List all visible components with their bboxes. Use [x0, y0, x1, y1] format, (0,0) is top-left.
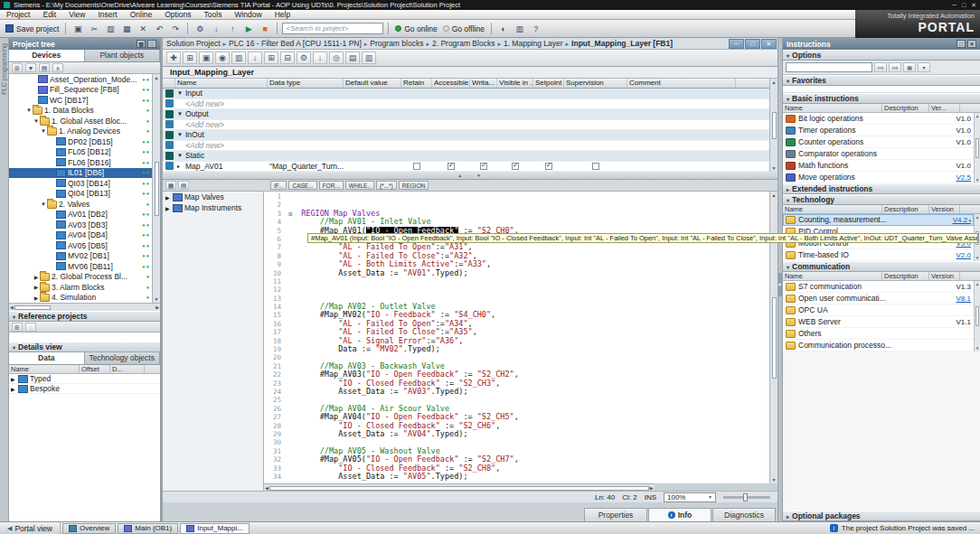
monitor-icon[interactable]: ◎	[329, 52, 344, 64]
code-line[interactable]: 15 #Map_MV02("IO - Feedback" := "S4_CH0"…	[264, 311, 769, 319]
start-cpu-icon[interactable]: ▶	[241, 22, 256, 35]
tree-item[interactable]: IL01 [DB6] ●●	[9, 168, 152, 179]
instruction-group[interactable]: S7 communication V1.3	[783, 281, 974, 293]
tree-item[interactable]: Fill_Sequence [FB8] ●●	[9, 85, 152, 96]
filter-int2-button[interactable]: int	[889, 62, 901, 72]
close-window-icon[interactable]: ✕	[971, 2, 976, 9]
menu-item[interactable]: Tools	[198, 10, 229, 19]
cut-icon[interactable]: ✂	[87, 22, 101, 35]
version-label[interactable]: V1.3	[949, 283, 971, 291]
instruction-group[interactable]: Counter operations V1.0	[783, 136, 974, 148]
instruction-group[interactable]: WEB Server V1.1	[783, 316, 974, 328]
save-project-button[interactable]: Save project	[4, 22, 61, 35]
expand-all-icon[interactable]: ⊞	[264, 52, 278, 64]
tree-item[interactable]: DP02 [DB15] ●●	[9, 136, 152, 147]
code-line[interactable]: 29 Asset_Data := "AV04".Typed);	[264, 430, 769, 438]
close-panel-icon[interactable]: ✕	[967, 40, 976, 48]
code-line[interactable]: 21 //Map AV03 - Backwash Valve	[264, 362, 769, 370]
minimize-window-icon[interactable]: ─	[952, 2, 956, 9]
upload-from-device-icon[interactable]: ↑	[225, 22, 240, 35]
compile-block-icon[interactable]: ⚙	[297, 52, 311, 64]
code-line[interactable]: 3 ⊟ REGION Map Valves	[264, 210, 769, 218]
technology-header[interactable]: ▾ Technology	[783, 194, 980, 205]
comment-cell[interactable]	[627, 141, 769, 151]
go-online-button[interactable]: Go online	[393, 22, 438, 35]
tree-item[interactable]: FL05 [DB12] ●●	[9, 147, 152, 158]
pin-panel-icon[interactable]: □	[147, 40, 156, 48]
version-label[interactable]: V1.0	[949, 115, 971, 123]
code-line[interactable]: 16 "AL - Failed To Open":="A34",	[264, 320, 769, 328]
tree-item[interactable]: AV01 [DB2] ●●	[9, 210, 152, 220]
tree-item[interactable]: ▼ 1. Analog Devices ●	[9, 126, 152, 137]
menu-item[interactable]: Online	[124, 10, 159, 19]
redo-icon[interactable]: ↷	[168, 22, 183, 35]
instruction-group[interactable]: Communication processo...	[783, 340, 974, 351]
collapse-all-icon[interactable]: ⊟	[280, 52, 295, 64]
InOut[interactable]: ▼InOut	[163, 130, 769, 141]
setpoint-checkbox[interactable]	[545, 163, 552, 170]
expander-icon[interactable]: ▼	[40, 128, 47, 134]
expander-icon[interactable]: ▶	[165, 194, 173, 201]
load-start-values-icon[interactable]: ↓	[248, 52, 262, 64]
paste-icon[interactable]: ▦	[119, 22, 134, 35]
attach-project-icon[interactable]: ⊞	[12, 323, 23, 332]
expander-icon[interactable]: ▸	[177, 163, 185, 169]
interface-column-header[interactable]: Retain	[401, 79, 432, 88]
comments-icon[interactable]: ▥	[362, 52, 376, 64]
accessible-devices-icon[interactable]: ◐	[496, 22, 511, 35]
instruction-group[interactable]: Comparator operations	[783, 148, 974, 160]
breadcrumb-item[interactable]: Input_Mapping_Layer [FB1]	[571, 39, 673, 48]
code-line[interactable]: 9 "AL - Both Limits Active":="A33",	[264, 260, 769, 268]
code-line[interactable]: 25	[264, 396, 769, 404]
outline-grid-icon[interactable]: ▦	[165, 181, 176, 190]
tree-item[interactable]: ▼ 2. Valves ●	[9, 199, 152, 210]
portal-view-button[interactable]: ◀ Portal view	[0, 522, 61, 534]
version-label[interactable]: V8.1	[949, 295, 971, 303]
collapse-panel-icon[interactable]: ▶	[778, 273, 782, 296]
inspector-tab[interactable]: Properties	[584, 508, 647, 521]
column-filter-icon[interactable]: ▤	[39, 63, 50, 72]
data-type-cell[interactable]	[268, 120, 344, 130]
zoom-slider-handle[interactable]	[743, 493, 748, 501]
snippet-button[interactable]: REGION	[399, 181, 429, 190]
snippet-button[interactable]: IF...	[270, 181, 287, 190]
outline-list-icon[interactable]: ▤	[178, 181, 189, 190]
breadcrumb-item[interactable]: Program blocks	[370, 39, 432, 48]
favorites-header[interactable]: ▾ Favorites	[783, 75, 980, 86]
interface-column-header[interactable]: Writa...	[470, 79, 497, 88]
data-type-cell[interactable]	[268, 151, 344, 161]
tree-item[interactable]: AV04 [DB4] ●●	[9, 230, 152, 241]
code-line[interactable]: 14 //Map AV02 - Outlet Valve	[264, 303, 769, 311]
reset-start-values-icon[interactable]: ▣	[199, 52, 213, 64]
instruction-group[interactable]: Others	[783, 328, 974, 340]
interface-column-header[interactable]: Data type	[268, 79, 344, 88]
comment-cell[interactable]	[627, 151, 769, 161]
tree-item[interactable]: ▼ 1. Data Blocks ●	[9, 106, 152, 117]
tree-item[interactable]: QI04 [DB13] ●●	[9, 189, 152, 200]
tree-item[interactable]: WC [DB17] ●●	[9, 95, 152, 106]
instruction-group[interactable]: Move operations V2.5	[783, 172, 974, 183]
code-line[interactable]: 33 "IO - Closed Feedback" := "S2_CH8",	[264, 464, 769, 473]
version-label[interactable]: V1.0	[949, 126, 971, 135]
project-tree-tab[interactable]: Plant objects	[85, 50, 161, 61]
minimize-editor-icon[interactable]: ─	[729, 39, 744, 49]
expander-icon[interactable]: ▼	[177, 132, 185, 137]
interface-scrollbar[interactable]: ▲▼	[769, 79, 777, 172]
<Add new>[interactable]: <Add new>	[163, 141, 769, 152]
instruction-search-input[interactable]	[786, 62, 872, 72]
Output[interactable]: ▼Output	[163, 109, 769, 120]
menu-item[interactable]: Insert	[91, 10, 123, 19]
restore-window-icon[interactable]: □	[962, 2, 966, 9]
tree-item[interactable]: AV03 [DB3] ●●	[9, 220, 152, 230]
go-offline-button[interactable]: Go offline	[441, 22, 486, 35]
<Add new>[interactable]: <Add new>	[163, 120, 769, 131]
expander-icon[interactable]: ▼	[177, 90, 185, 96]
interface-column-header[interactable]: Setpoint	[533, 79, 564, 88]
code-line[interactable]: 19 Data := "MV02".Typed);	[264, 345, 769, 353]
comment-cell[interactable]	[627, 162, 769, 172]
tree-item[interactable]: ▶ 4. Simulation ●	[9, 293, 152, 304]
tree-item[interactable]: MV02 [DB1] ●●	[9, 251, 152, 262]
comment-cell[interactable]	[627, 99, 769, 109]
compile-icon[interactable]: ⚙	[193, 22, 207, 35]
default-value-cell[interactable]	[344, 99, 401, 109]
